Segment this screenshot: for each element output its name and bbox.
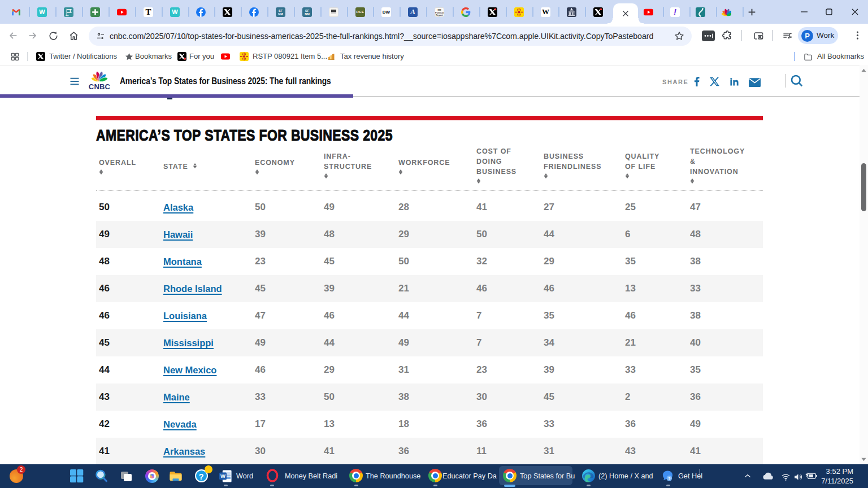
svg-text:?: ?: [668, 476, 671, 481]
svg-text:W: W: [220, 473, 225, 479]
